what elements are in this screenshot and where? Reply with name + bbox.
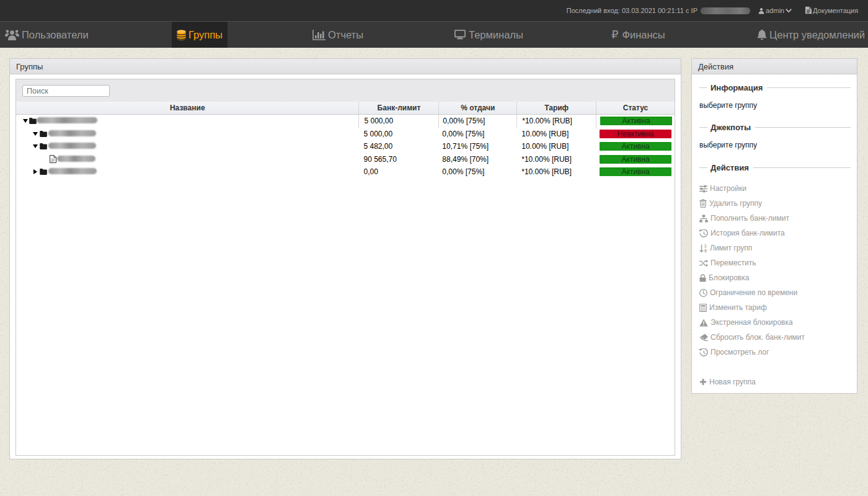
svg-text:1: 1 (704, 244, 707, 248)
svg-text:9: 9 (704, 248, 707, 252)
